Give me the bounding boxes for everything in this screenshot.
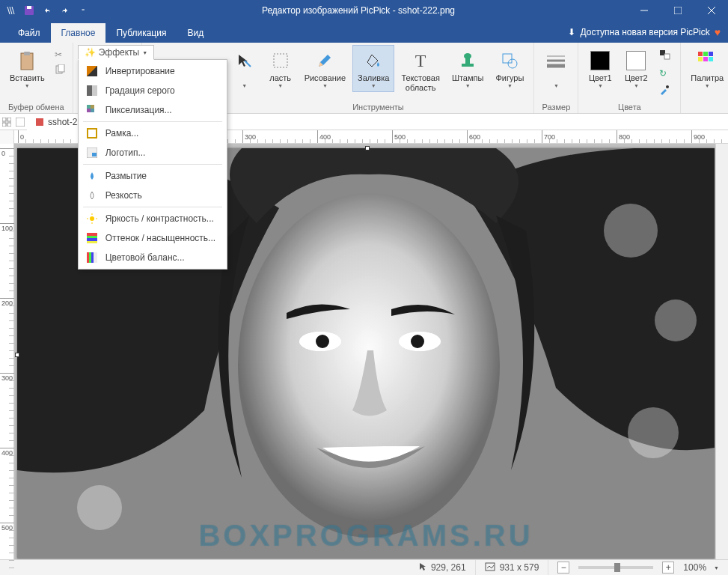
maximize-button[interactable] [661,0,694,21]
fill-button[interactable]: Заливка ▼ [352,45,394,92]
select-button[interactable]: ▼ [227,45,262,92]
group-clipboard: Вставить ▼ ✂ Буфер обмена [0,43,73,113]
wand-icon: ✨ [85,47,96,58]
menu-pixelate[interactable]: Пикселизация... [80,100,225,120]
menu-logo[interactable]: Логотип... [80,143,225,162]
select-rect-icon [269,49,293,73]
ruler-corner [0,130,14,144]
svg-rect-48 [709,52,713,56]
invert-icon [86,65,98,77]
pixelate-icon [86,104,98,116]
paste-button[interactable]: Вставить ▼ [4,45,50,92]
svg-rect-32 [89,252,91,263]
region-button[interactable]: ласть ▼ [263,45,298,92]
blur-icon [86,170,98,182]
svg-rect-31 [87,252,89,263]
text-button[interactable]: T Текстовая область [396,45,444,97]
zoom-thumb[interactable] [614,563,620,572]
menu-separator [83,121,222,122]
copy-button[interactable] [52,63,68,79]
menu-hue[interactable]: Оттенок / насыщенность... [80,228,225,248]
line-weight-icon [544,49,568,73]
svg-rect-34 [274,54,287,67]
svg-rect-53 [7,118,11,121]
shapes-button[interactable]: Фигуры ▼ [490,45,529,92]
layout-single-button[interactable] [13,114,27,130]
svg-rect-50 [703,57,708,61]
chevron-down-icon: ▼ [242,83,247,88]
group-colors: Цвет1 ▼ Цвет2 ▼ ↻ Цвета [578,43,681,113]
svg-rect-54 [2,123,6,127]
update-link[interactable]: ⬇ Доступна новая версия PicPick ♥ [568,26,728,43]
sharpen-icon [86,189,98,201]
svg-rect-20 [92,153,97,156]
resize-handle[interactable] [15,353,19,357]
refresh-colors-button[interactable]: ↻ [656,67,674,80]
close-button[interactable] [694,0,728,21]
zoom-slider[interactable] [578,566,653,569]
menu-balance[interactable]: Цветовой баланс... [80,248,225,267]
svg-rect-14 [87,105,91,109]
effects-button[interactable]: ✨ Эффекты ▼ [78,45,155,60]
svg-rect-47 [703,52,708,56]
svg-point-66 [628,407,679,458]
redo-icon[interactable] [58,4,72,17]
tab-file[interactable]: Файл [7,23,51,43]
menu-sharpen[interactable]: Резкость [80,186,225,205]
group-tools: ▼ ласть ▼ Рисование ▼ Заливка ▼ T Тексто… [223,43,535,113]
copy-icon [55,67,65,77]
chevron-down-icon: ▼ [634,83,639,88]
svg-point-62 [411,335,424,348]
save-icon[interactable] [22,4,36,17]
tab-view[interactable]: Вид [177,23,214,43]
pencil-icon [313,49,337,73]
bucket-icon [361,49,385,73]
color1-swatch [588,49,612,73]
tab-publish[interactable]: Публикация [105,23,177,43]
color2-button[interactable]: Цвет2 ▼ [619,45,653,92]
undo-icon[interactable] [40,4,54,17]
menu-brightness[interactable]: Яркость / контрастность... [80,209,225,228]
svg-rect-4 [674,7,682,14]
menu-grayscale[interactable]: Градация серого [80,81,225,100]
titlebar: ⁼ Редактор изображений PicPick - sshot-2… [0,0,728,21]
swap-icon [659,52,671,62]
layout-grid-button[interactable] [0,114,13,130]
svg-rect-7 [21,53,33,70]
status-position: 929, 261 [410,560,476,575]
size-button[interactable]: ▼ [539,45,573,92]
svg-rect-44 [664,54,670,59]
menu-invert[interactable]: Инвертирование [80,61,225,81]
menu-frame[interactable]: Рамка... [80,124,225,143]
svg-rect-10 [58,64,64,72]
chevron-down-icon: ▼ [705,83,710,88]
chevron-down-icon: ▼ [554,83,559,88]
scrollbar-vertical[interactable] [715,144,728,559]
chevron-down-icon: ▼ [507,83,513,88]
zoom-out-button[interactable]: − [557,562,569,574]
ribbon: Вставить ▼ ✂ Буфер обмена ✨ Эффекты ▼ Ин… [0,43,728,114]
resize-handle[interactable] [365,146,370,150]
cut-button[interactable]: ✂ [52,48,68,61]
svg-rect-17 [91,109,94,112]
svg-rect-18 [88,129,97,138]
eyedropper-icon [659,87,670,97]
svg-rect-15 [91,105,94,109]
qat-more-icon[interactable]: ⁼ [76,4,90,17]
eyedropper-button[interactable] [656,83,674,99]
color1-button[interactable]: Цвет1 ▼ [583,45,617,92]
stamps-button[interactable]: Штампы ▼ [447,45,489,92]
zoom-in-button[interactable]: + [662,562,674,574]
heart-icon: ♥ [715,26,721,38]
svg-point-37 [464,53,471,59]
menu-blur[interactable]: Размытие [80,166,225,186]
draw-button[interactable]: Рисование ▼ [299,45,351,92]
watermark: BOXPROGRAMS.RU [198,519,533,553]
chevron-down-icon[interactable]: ▼ [714,565,719,571]
svg-rect-33 [91,252,94,263]
minimize-button[interactable] [627,0,661,21]
tab-main[interactable]: Главное [51,23,106,43]
swap-colors-button[interactable] [656,48,674,64]
palette-button[interactable]: Палитра ▼ [685,45,728,92]
menu-separator [83,164,222,165]
